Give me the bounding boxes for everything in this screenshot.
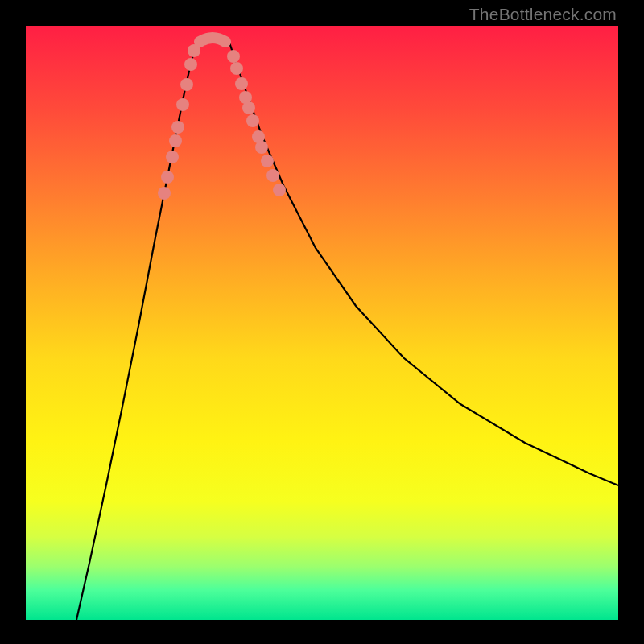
data-point — [266, 169, 279, 182]
data-point — [235, 77, 248, 90]
data-point — [261, 155, 274, 167]
data-point — [161, 171, 174, 184]
chart-area — [26, 26, 618, 620]
curve-right-branch — [229, 40, 618, 485]
u-shape-marker — [200, 38, 225, 42]
data-point — [273, 184, 286, 196]
watermark-text: TheBottleneck.com — [469, 5, 617, 24]
data-point — [166, 151, 179, 163]
data-point — [227, 50, 240, 63]
data-points-left — [158, 44, 200, 200]
bottleneck-chart — [26, 26, 618, 620]
data-point — [158, 187, 171, 200]
data-point — [255, 141, 268, 154]
data-point — [230, 62, 243, 75]
data-point — [184, 58, 197, 71]
data-points-right — [227, 50, 286, 196]
data-point — [176, 98, 189, 111]
data-point — [246, 114, 259, 127]
data-point — [171, 121, 184, 134]
data-point — [169, 134, 182, 147]
data-point — [180, 78, 193, 91]
data-point — [242, 101, 255, 114]
